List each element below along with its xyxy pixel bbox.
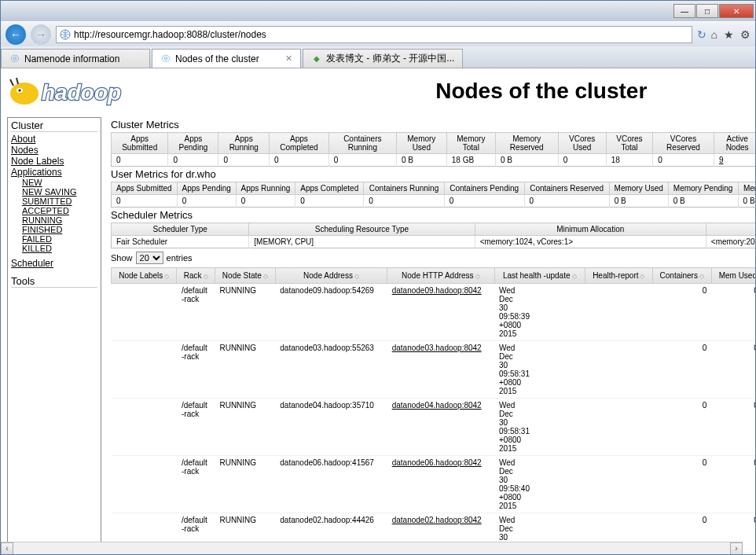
sidebar-state-new-saving[interactable]: NEW SAVING [22, 187, 97, 197]
col-header: Apps Completed [270, 133, 329, 154]
col-header: Active Nodes [714, 133, 755, 154]
scheduler-metrics-title: Scheduler Metrics [111, 209, 755, 221]
sidebar-state-running[interactable]: RUNNING [22, 215, 97, 225]
col-header: Containers Running [328, 133, 396, 154]
sidebar-state-killed[interactable]: KILLED [22, 244, 97, 253]
scroll-left-arrow[interactable]: ‹ [1, 542, 13, 555]
metric-value: 0 B [738, 195, 755, 208]
metric-value: 0 [218, 154, 270, 167]
nodes-col-header[interactable]: Node HTTP Address◇ [387, 268, 494, 284]
sidebar-state-accepted[interactable]: ACCEPTED [22, 206, 97, 215]
cell: /default-rack [177, 399, 215, 456]
address-bar[interactable]: http://resourcemgr.hadoop:8088/cluster/n… [56, 26, 692, 43]
tab-namenode[interactable]: ⓔ Namenode information [1, 49, 150, 68]
sidebar-state-submitted[interactable]: SUBMITTED [22, 197, 97, 206]
node-http-link[interactable]: datanode04.hadoop:8042 [392, 401, 482, 410]
cell: 0 [652, 341, 711, 399]
scroll-right-arrow[interactable]: › [730, 542, 743, 555]
cluster-metrics-table: Apps SubmittedApps PendingApps RunningAp… [111, 132, 755, 167]
tab-label: 发表博文 - 师弟文 - 开源中国... [326, 52, 454, 65]
tab-blog[interactable]: ◆ 发表博文 - 师弟文 - 开源中国... [303, 49, 463, 68]
sidebar-state-new[interactable]: NEW [22, 178, 97, 187]
entries-label: entries [167, 253, 193, 263]
tab-nodes[interactable]: ⓔ Nodes of the cluster ✕ [152, 49, 301, 68]
minimize-button[interactable]: — [673, 4, 695, 18]
svg-point-3 [19, 90, 21, 92]
metric-link[interactable]: 9 [719, 156, 724, 164]
page-title: Nodes of the cluster [164, 79, 755, 104]
nodes-col-header[interactable]: Health-report◇ [585, 268, 652, 284]
user-metrics-table: Apps SubmittedApps PendingApps RunningAp… [111, 182, 755, 208]
nodes-col-header[interactable]: Rack◇ [177, 268, 215, 284]
cluster-metrics-title: Cluster Metrics [111, 119, 755, 130]
maximize-button[interactable]: □ [696, 4, 718, 18]
refresh-button[interactable]: ↻ [697, 28, 706, 41]
node-http-link[interactable]: datanode06.hadoop:8042 [392, 458, 482, 467]
col-header: Memory Reserved [738, 182, 755, 195]
nodes-col-header[interactable]: Node Labels◇ [112, 268, 177, 284]
home-icon[interactable]: ⌂ [711, 28, 717, 41]
cell: RUNNING [215, 341, 275, 399]
cell: 0 [652, 456, 711, 513]
cell [585, 284, 652, 341]
sidebar-state-failed[interactable]: FAILED [22, 234, 97, 244]
col-header: Apps Pending [168, 133, 218, 154]
cell: RUNNING [215, 456, 275, 513]
nodes-col-header[interactable]: Node Address◇ [275, 268, 387, 284]
cell: 0 [652, 399, 711, 456]
col-header: Memory Used [396, 133, 446, 154]
sidebar-state-finished[interactable]: FINISHED [22, 225, 97, 234]
cell: WedDec3009:58:39+08002015 [494, 284, 585, 341]
nodes-col-header[interactable]: Node State◇ [215, 268, 275, 284]
horizontal-scrollbar[interactable]: ‹ › [1, 542, 743, 554]
metric-value: 0 B [396, 154, 446, 167]
tab-label: Namenode information [24, 53, 119, 64]
nodes-table: Node Labels◇Rack◇Node State◇Node Address… [111, 267, 755, 553]
node-http-link[interactable]: datanode03.hadoop:8042 [392, 344, 482, 352]
back-button[interactable]: ← [6, 24, 26, 45]
forward-button[interactable]: → [31, 24, 51, 45]
nodes-col-header[interactable]: Mem Used◇ [711, 268, 755, 284]
tab-close-icon[interactable]: ✕ [285, 53, 292, 64]
col-header: VCores Total [606, 133, 652, 154]
close-button[interactable]: ✕ [719, 4, 754, 18]
metric-value: 0 [112, 195, 178, 208]
tab-label: Nodes of the cluster [175, 53, 259, 64]
cell: WedDec3009:58:31+08002015 [494, 399, 585, 456]
svg-text:hadoop: hadoop [42, 80, 121, 105]
nav-toolbar: ← → http://resourcemgr.hadoop:8088/clust… [1, 21, 755, 46]
node-http-link[interactable]: datanode02.hadoop:8042 [392, 516, 482, 524]
metric-value: 18 [606, 154, 652, 167]
metric-value: 0 [558, 154, 606, 167]
metric-value: Fair Scheduler [112, 236, 249, 248]
metric-value: 0 [168, 154, 218, 167]
col-header: Memory Total [446, 133, 495, 154]
favorites-icon[interactable]: ★ [724, 28, 734, 41]
sidebar-about[interactable]: About [11, 134, 97, 145]
col-header: Apps Running [218, 133, 270, 154]
col-header: Memory Pending [668, 182, 738, 195]
ie-icon: ⓔ [9, 53, 20, 64]
col-header: Containers Pending [444, 182, 524, 195]
col-header: Maximum Allocation [706, 223, 755, 236]
metric-value: 0 [444, 195, 524, 208]
col-header: Minimum Allocation [475, 223, 706, 236]
cell: datanode09.hadoop:8042 [387, 284, 494, 341]
sidebar-scheduler[interactable]: Scheduler [11, 258, 53, 269]
metric-value: <memory:1024, vCores:1> [475, 236, 706, 248]
nodes-col-header[interactable]: Last health -update◇ [494, 268, 585, 284]
node-http-link[interactable]: datanode09.hadoop:8042 [392, 286, 482, 295]
metric-value: 0 [653, 154, 714, 167]
nav-icons: ⌂ ★ ⚙ [711, 28, 750, 41]
sidebar-nodes[interactable]: Nodes [11, 145, 97, 156]
sidebar-applications[interactable]: Applications [11, 167, 97, 178]
metric-value: 0 [177, 195, 236, 208]
sidebar-node-labels[interactable]: Node Labels [11, 156, 97, 167]
nodes-col-header[interactable]: Containers◇ [652, 268, 711, 284]
page-content: hadoop Nodes of the cluster Logg Cluster… [1, 68, 755, 554]
cell [585, 456, 652, 513]
tools-icon[interactable]: ⚙ [740, 28, 750, 41]
page-size-select[interactable]: 20 [136, 252, 163, 264]
svg-point-1 [10, 83, 39, 105]
ie-icon: ⓔ [160, 53, 171, 64]
